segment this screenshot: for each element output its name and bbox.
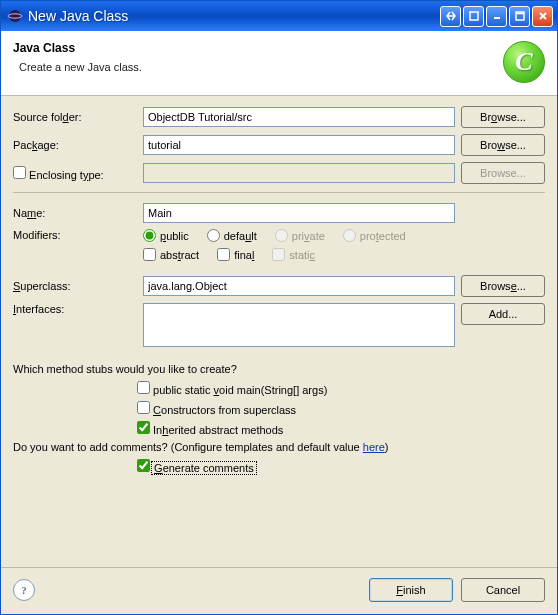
window-buttons: [440, 6, 553, 27]
stubs-question: Which method stubs would you like to cre…: [13, 363, 545, 375]
dialog-window: New Java Class Java Class Create a new J…: [0, 0, 558, 615]
superclass-input[interactable]: [143, 276, 455, 296]
finish-button[interactable]: Finish: [369, 578, 453, 602]
restore-button[interactable]: [463, 6, 484, 27]
browse-enclosing-button: Browse...: [461, 162, 545, 184]
generate-comments-check[interactable]: Generate comments: [137, 462, 255, 474]
banner-title: Java Class: [13, 41, 503, 55]
help-button[interactable]: ?: [13, 579, 35, 601]
stub-main-check[interactable]: public static void main(String[] args): [137, 384, 327, 396]
browse-source-button[interactable]: Browse...: [461, 106, 545, 128]
stub-inherited-check[interactable]: Inherited abstract methods: [137, 424, 283, 436]
cancel-button[interactable]: Cancel: [461, 578, 545, 602]
add-interface-button[interactable]: Add...: [461, 303, 545, 325]
name-label: Name:: [13, 207, 137, 219]
comments-question: Do you want to add comments? (Configure …: [13, 441, 545, 453]
eclipse-icon: [7, 8, 23, 24]
titlebar: New Java Class: [1, 1, 557, 31]
modifier-final[interactable]: final: [217, 248, 254, 261]
modifier-public[interactable]: public: [143, 229, 189, 242]
interfaces-list[interactable]: [143, 303, 455, 347]
source-folder-label: Source folder:: [13, 111, 137, 123]
footer: ? Finish Cancel: [1, 567, 557, 614]
name-input[interactable]: [143, 203, 455, 223]
close-button[interactable]: [532, 6, 553, 27]
banner: Java Class Create a new Java class. C: [1, 31, 557, 96]
browse-superclass-button[interactable]: Browse...: [461, 275, 545, 297]
modifiers-label: Modifiers:: [13, 229, 137, 241]
package-input[interactable]: [143, 135, 455, 155]
class-icon: C: [503, 41, 545, 83]
enclosing-type-checkbox[interactable]: [13, 166, 26, 179]
modifier-static: static: [272, 248, 315, 261]
modifier-private: private: [275, 229, 325, 242]
svg-point-0: [9, 10, 21, 22]
modifier-protected: protected: [343, 229, 406, 242]
stub-constructors-check[interactable]: Constructors from superclass: [137, 404, 296, 416]
superclass-label: Superclass:: [13, 280, 137, 292]
configure-here-link[interactable]: here: [363, 441, 385, 453]
modifier-default[interactable]: default: [207, 229, 257, 242]
interfaces-label: Interfaces:: [13, 303, 137, 315]
minimize-button[interactable]: [486, 6, 507, 27]
maximize-button[interactable]: [509, 6, 530, 27]
separator: [13, 192, 545, 193]
window-title: New Java Class: [28, 8, 440, 24]
nav-back-button[interactable]: [440, 6, 461, 27]
svg-rect-2: [470, 12, 478, 20]
package-label: Package:: [13, 139, 137, 151]
form-content: Source folder: Browse... Package: Browse…: [1, 96, 557, 567]
banner-subtitle: Create a new Java class.: [19, 61, 503, 73]
enclosing-type-input: [143, 163, 455, 183]
modifier-abstract[interactable]: abstract: [143, 248, 199, 261]
source-folder-input[interactable]: [143, 107, 455, 127]
browse-package-button[interactable]: Browse...: [461, 134, 545, 156]
enclosing-type-check[interactable]: Enclosing type:: [13, 166, 137, 181]
